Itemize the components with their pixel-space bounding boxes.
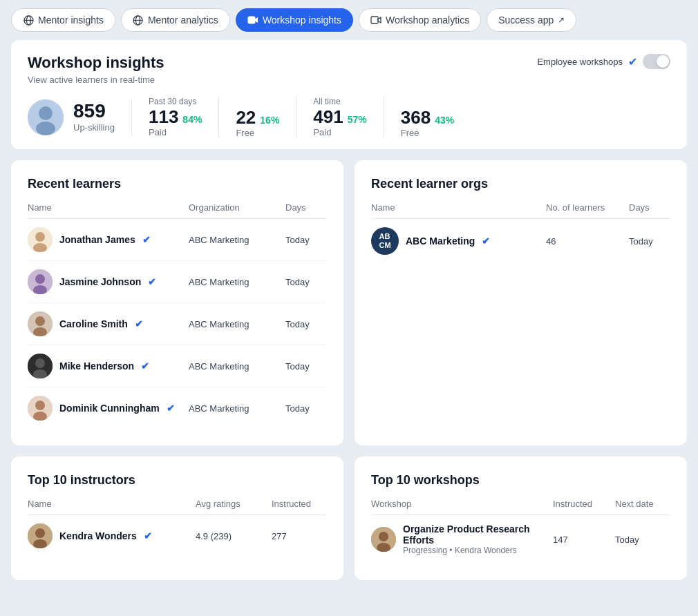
toggle-switch[interactable] bbox=[643, 54, 670, 69]
upskilling-count: 859 bbox=[73, 102, 115, 121]
svg-point-30 bbox=[379, 532, 388, 541]
workshop-instructed: 147 bbox=[553, 535, 615, 545]
workshops-table-header: Workshop Instructed Next date bbox=[371, 499, 670, 515]
learner-org: ABC Marketing bbox=[189, 403, 285, 414]
tab-success-app-label: Success app bbox=[498, 15, 554, 26]
stat-upskilling: 859 Up-skilling bbox=[28, 99, 132, 135]
free-label: Free bbox=[236, 128, 279, 138]
tab-success-app[interactable]: Success app ↗ bbox=[487, 8, 576, 32]
svg-rect-7 bbox=[371, 17, 378, 23]
learner-name-cell: Caroline Smith ✔ bbox=[28, 311, 189, 336]
org-days: Today bbox=[629, 236, 670, 247]
org-name: ABC Marketing bbox=[406, 235, 475, 247]
free-num: 22 bbox=[236, 108, 256, 126]
learner-name: Jonathan James bbox=[59, 234, 135, 245]
stat-free2: 368 43% Free bbox=[384, 96, 471, 138]
svg-point-9 bbox=[39, 106, 53, 120]
table-row: Dominik Cunningham ✔ ABC Marketing Today bbox=[28, 387, 327, 429]
learner-days: Today bbox=[285, 235, 327, 245]
verified-icon: ✔ bbox=[144, 530, 152, 541]
orgs-table-header: Name No. of learners Days bbox=[371, 202, 670, 219]
alltime-period: All time bbox=[313, 97, 366, 106]
svg-point-24 bbox=[35, 401, 45, 410]
table-row: Jonathan James ✔ ABC Marketing Today bbox=[28, 219, 327, 261]
verified-icon: ✔ bbox=[482, 235, 490, 247]
learner-org: ABC Marketing bbox=[189, 235, 285, 245]
instructor-ratings: 4.9 (239) bbox=[196, 531, 272, 541]
video-icon-2 bbox=[370, 15, 381, 26]
learner-days: Today bbox=[285, 361, 327, 372]
svg-point-27 bbox=[35, 528, 45, 538]
recent-learners-title: Recent learners bbox=[28, 177, 327, 191]
globe-icon bbox=[23, 15, 34, 26]
tab-mentor-analytics-label: Mentor analytics bbox=[148, 15, 218, 26]
avatar bbox=[28, 311, 53, 336]
col-instructed: Instructed bbox=[553, 499, 615, 509]
recent-orgs-title: Recent learner orgs bbox=[371, 177, 670, 191]
col-learners: No. of learners bbox=[546, 202, 629, 213]
verified-icon: ✔ bbox=[141, 360, 149, 372]
learner-name: Dominik Cunningham bbox=[59, 403, 160, 414]
org-learners: 46 bbox=[546, 236, 629, 247]
workshop-cell: Organize Product Research Efforts Progre… bbox=[371, 523, 553, 555]
tab-mentor-insights-label: Mentor insights bbox=[38, 15, 104, 26]
top-instructors-title: Top 10 instructors bbox=[28, 473, 327, 488]
stats-row: 859 Up-skilling Past 30 days 113 84% Pai… bbox=[28, 96, 670, 138]
stat-free: 22 16% Free bbox=[219, 96, 296, 138]
learner-org: ABC Marketing bbox=[189, 361, 285, 372]
alltime-sub: Paid bbox=[313, 127, 366, 137]
col-instructed: Instructed bbox=[272, 499, 327, 509]
svg-point-18 bbox=[35, 316, 45, 326]
learners-table-header: Name Organization Days bbox=[28, 202, 327, 219]
svg-point-10 bbox=[36, 122, 55, 135]
col-next: Next date bbox=[615, 499, 670, 509]
tab-mentor-analytics[interactable]: Mentor analytics bbox=[121, 8, 230, 32]
alltime-pct: 57% bbox=[348, 114, 367, 125]
verified-icon: ✔ bbox=[148, 276, 156, 287]
stat-alltime: All time 491 57% Paid bbox=[296, 97, 384, 137]
workshop-name: Organize Product Research Efforts bbox=[403, 523, 553, 546]
instructor-instructed: 277 bbox=[272, 531, 327, 541]
upskilling-label: Up-skilling bbox=[73, 122, 115, 133]
col-name: Name bbox=[28, 499, 196, 509]
col-days: Days bbox=[629, 202, 670, 213]
tab-mentor-insights[interactable]: Mentor insights bbox=[11, 8, 115, 32]
workshop-next: Today bbox=[615, 535, 670, 545]
employee-workshops-toggle[interactable]: Employee workshops ✔ bbox=[537, 54, 670, 69]
instructor-name: Kendra Wonders bbox=[59, 530, 137, 541]
verified-icon: ✔ bbox=[142, 234, 151, 245]
learner-name: Caroline Smith bbox=[59, 318, 128, 329]
col-name: Name bbox=[28, 202, 189, 213]
org-avatar: ABCM bbox=[371, 227, 399, 255]
instructor-name-cell: Kendra Wonders ✔ bbox=[28, 523, 196, 548]
tab-workshop-insights-label: Workshop insights bbox=[263, 15, 341, 26]
learner-days: Today bbox=[285, 319, 327, 329]
tab-workshop-analytics[interactable]: Workshop analytics bbox=[359, 8, 481, 32]
avatar bbox=[28, 354, 53, 378]
learner-name-cell: Jasmine Johnson ✔ bbox=[28, 269, 189, 294]
table-row: Kendra Wonders ✔ 4.9 (239) 277 bbox=[28, 515, 327, 557]
learner-org: ABC Marketing bbox=[189, 277, 285, 287]
free2-label: Free bbox=[401, 128, 454, 138]
svg-point-12 bbox=[35, 232, 45, 242]
header-card: Workshop insights View active learners i… bbox=[11, 40, 687, 149]
recent-learners-card: Recent learners Name Organization Days J… bbox=[11, 160, 343, 445]
tab-workshop-insights[interactable]: Workshop insights bbox=[236, 8, 353, 32]
col-org: Organization bbox=[189, 202, 285, 213]
avatar bbox=[371, 527, 396, 552]
col-days: Days bbox=[285, 202, 327, 213]
avatar bbox=[28, 227, 53, 252]
top-workshops-title: Top 10 workshops bbox=[371, 473, 670, 488]
avatar bbox=[28, 396, 53, 421]
past30-period: Past 30 days bbox=[149, 97, 202, 106]
verified-icon: ✔ bbox=[135, 318, 143, 329]
page-title: Workshop insights bbox=[28, 54, 164, 72]
table-row: Caroline Smith ✔ ABC Marketing Today bbox=[28, 303, 327, 345]
table-row: Mike Henderson ✔ ABC Marketing Today bbox=[28, 345, 327, 387]
past30-sub: Paid bbox=[149, 127, 202, 137]
col-name: Name bbox=[371, 202, 546, 213]
col-ratings: Avg ratings bbox=[196, 499, 272, 509]
workshop-info: Organize Product Research Efforts Progre… bbox=[403, 523, 553, 555]
learner-name: Mike Henderson bbox=[59, 360, 134, 372]
learner-name-cell: Dominik Cunningham ✔ bbox=[28, 396, 189, 421]
